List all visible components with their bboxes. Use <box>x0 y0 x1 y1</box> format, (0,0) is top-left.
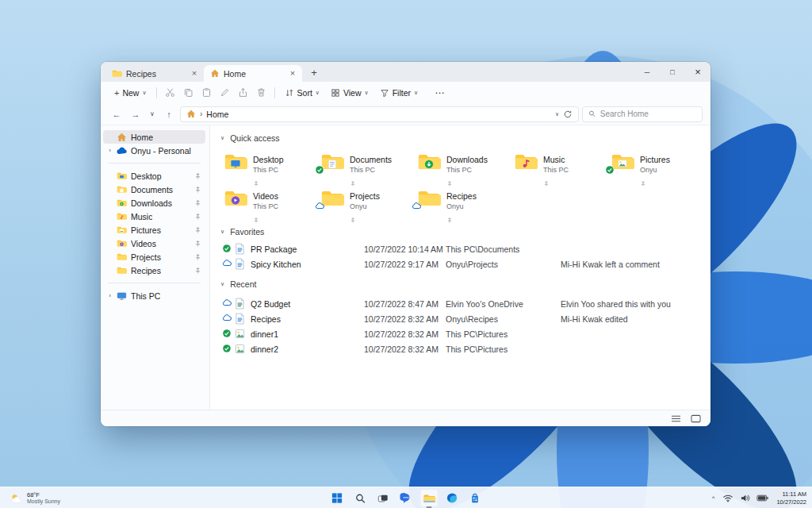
quick-access-tile-downloads[interactable]: Downloads This PC <box>417 149 514 181</box>
clock-time: 11:11 AM <box>776 491 806 498</box>
search-box[interactable] <box>582 106 703 122</box>
favorites-list: PR Package 10/27/2022 10:14 AM This PC\D… <box>220 241 710 271</box>
address-bar-row: ← → ∨ ↑ › Home ∨ <box>101 103 710 125</box>
edge-browser-button[interactable] <box>443 489 462 507</box>
battery-icon[interactable] <box>756 495 768 502</box>
details-view-button[interactable] <box>671 414 681 423</box>
address-bar[interactable]: › Home ∨ <box>180 106 579 122</box>
history-chevron-button[interactable]: ∨ <box>147 110 158 117</box>
sidebar-item-desktop[interactable]: Desktop <box>103 169 205 183</box>
quick-access-tile-desktop[interactable]: Desktop This PC <box>224 149 320 181</box>
chat-bubble-icon <box>400 492 412 504</box>
tab-close-icon[interactable]: × <box>287 68 298 79</box>
file-row-spicy-kitchen[interactable]: Spicy Kitchen 10/27/2022 9:17 AM Onyu\Pr… <box>220 256 710 271</box>
large-thumbnails-view-button[interactable] <box>691 414 701 423</box>
start-button[interactable] <box>328 489 347 507</box>
microsoft-store-button[interactable] <box>466 489 485 507</box>
tab-home[interactable]: Home × <box>204 65 302 82</box>
image-file-icon <box>235 328 245 340</box>
forward-button[interactable]: → <box>128 110 144 119</box>
folder-documents-icon <box>320 152 344 171</box>
file-name: dinner2 <box>251 344 364 354</box>
sidebar-item-recipes[interactable]: Recipes <box>103 264 205 277</box>
tab-recipes[interactable]: Recipes × <box>105 65 204 82</box>
sidebar-item-label: Documents <box>131 185 173 194</box>
sort-button[interactable]: Sort ∨ <box>279 86 325 100</box>
filter-button[interactable]: Filter ∨ <box>374 86 423 100</box>
chevron-right-icon[interactable]: › <box>106 147 113 154</box>
up-button[interactable]: ↑ <box>161 110 177 119</box>
tile-text: Desktop This PC <box>253 151 284 183</box>
close-button[interactable]: × <box>685 62 710 82</box>
chevron-down-icon: ∨ <box>316 90 320 96</box>
view-button[interactable]: View ∨ <box>325 86 374 100</box>
tile-name: Pictures <box>640 155 670 164</box>
file-row-pr-package[interactable]: PR Package 10/27/2022 10:14 AM This PC\D… <box>220 241 710 256</box>
taskbar-clock[interactable]: 11:11 AM 10/27/2022 <box>775 491 806 506</box>
tile-name: Documents <box>350 155 392 164</box>
quick-access-tile-videos[interactable]: Videos This PC <box>224 186 320 217</box>
search-icon <box>354 493 366 504</box>
sidebar-item-this-pc[interactable]: › This PC <box>103 289 205 302</box>
search-icon <box>588 110 596 118</box>
quick-access-tile-documents[interactable]: Documents This PC <box>320 149 417 181</box>
see-more-button[interactable]: ⋯ <box>430 87 449 98</box>
file-location: This PC\Pictures <box>446 344 561 354</box>
tile-text: Recipes Onyu <box>446 187 477 219</box>
sidebar-item-onedrive[interactable]: › Onyu - Personal <box>103 144 205 157</box>
rename-icon <box>220 87 230 98</box>
file-row-dinner2[interactable]: dinner2 10/27/2022 8:32 AM This PC\Pictu… <box>220 341 710 356</box>
tile-name: Recipes <box>446 191 477 201</box>
back-button[interactable]: ← <box>109 110 124 119</box>
sidebar-item-pictures[interactable]: Pictures <box>103 223 205 237</box>
file-row-dinner1[interactable]: dinner1 10/27/2022 8:32 AM This PC\Pictu… <box>220 326 710 341</box>
section-header-quick-access[interactable]: ∨ Quick access <box>220 130 710 146</box>
minimize-button[interactable]: ─ <box>634 62 660 82</box>
file-row-recipes-doc[interactable]: Recipes 10/27/2022 8:32 AM Onyu\Recipes … <box>220 311 710 326</box>
taskbar-search-button[interactable] <box>351 489 370 507</box>
navigation-pane: Home › Onyu - Personal Desktop <box>101 125 210 410</box>
sidebar-item-videos[interactable]: Videos <box>103 237 205 250</box>
wifi-icon[interactable] <box>722 494 733 502</box>
section-header-recent[interactable]: ∨ Recent <box>220 276 710 292</box>
quick-access-tile-music[interactable]: Music This PC <box>514 149 611 181</box>
command-toolbar: + New ∨ <box>101 82 710 103</box>
sidebar-item-downloads[interactable]: Downloads <box>103 196 205 210</box>
delete-button[interactable] <box>252 85 270 100</box>
refresh-icon[interactable] <box>563 110 573 119</box>
taskbar-weather-widget[interactable]: 68°F Mostly Sunny <box>6 487 64 508</box>
search-input[interactable] <box>600 110 696 118</box>
file-row-q2-budget[interactable]: Q2 Budget 10/27/2022 8:47 AM Elvin Yoo's… <box>220 296 710 311</box>
chat-button[interactable] <box>397 489 416 507</box>
sync-check-icon <box>315 164 324 173</box>
quick-access-tile-recipes[interactable]: Recipes Onyu <box>417 186 514 217</box>
new-tab-button[interactable]: + <box>306 66 322 82</box>
sync-check-icon <box>222 329 232 339</box>
maximize-button[interactable]: □ <box>660 62 685 82</box>
sidebar-item-music[interactable]: Music <box>103 210 205 223</box>
tab-close-icon[interactable]: × <box>189 68 200 79</box>
task-view-button[interactable] <box>374 489 393 507</box>
quick-access-tile-projects[interactable]: Projects Onyu <box>320 186 417 217</box>
share-button[interactable] <box>234 85 252 100</box>
pin-icon <box>194 267 201 275</box>
file-date: 10/27/2022 8:32 AM <box>364 329 446 339</box>
volume-icon[interactable] <box>740 494 750 502</box>
rename-button[interactable] <box>216 85 234 100</box>
tray-expand-chevron[interactable]: ^ <box>710 495 717 502</box>
sidebar-item-projects[interactable]: Projects <box>103 250 205 264</box>
copy-button[interactable] <box>179 85 197 100</box>
address-dropdown-icon[interactable]: ∨ <box>555 111 559 117</box>
file-location: This PC\Pictures <box>446 329 561 339</box>
breadcrumb-home[interactable]: Home <box>206 110 228 119</box>
tile-name: Desktop <box>253 155 284 164</box>
chevron-right-icon[interactable]: › <box>106 292 113 299</box>
sidebar-item-documents[interactable]: Documents <box>103 183 205 196</box>
sidebar-item-home[interactable]: Home <box>103 130 205 144</box>
quick-access-tile-pictures[interactable]: Pictures Onyu <box>611 149 707 181</box>
file-explorer-button[interactable] <box>420 489 439 507</box>
cut-button[interactable] <box>161 85 179 100</box>
new-button[interactable]: + New ∨ <box>109 86 152 100</box>
section-header-favorites[interactable]: ∨ Favorites <box>220 224 710 240</box>
paste-button[interactable] <box>197 85 216 100</box>
